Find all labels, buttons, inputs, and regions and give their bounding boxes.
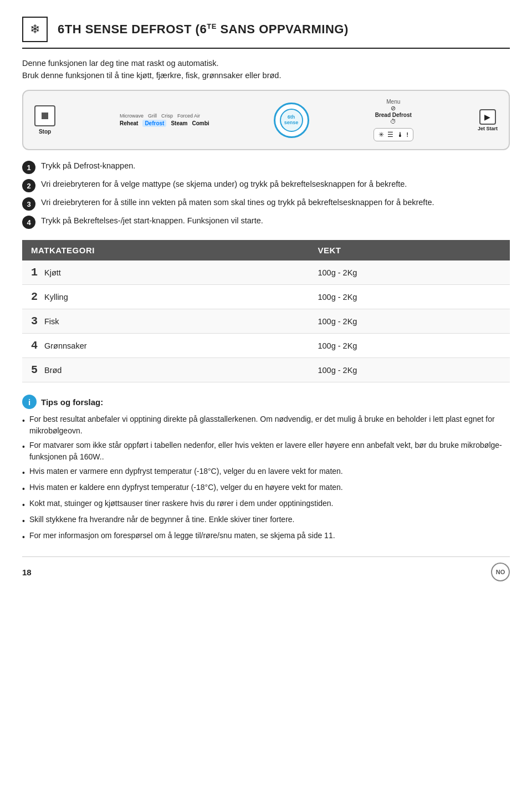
table-row: 5 Brød 100g - 2Kg xyxy=(22,358,510,382)
tips-header: i Tips og forslag: xyxy=(22,395,510,409)
temp-icon: 🌡 xyxy=(397,131,403,139)
tips-section: i Tips og forslag: •For best resultat an… xyxy=(22,395,510,543)
tip-bullet: •Skill stykkene fra hverandre når de beg… xyxy=(22,514,510,527)
info-icon: i xyxy=(22,395,37,409)
steam-btn: Steam xyxy=(171,120,187,126)
no-badge: NO xyxy=(491,563,510,581)
food-name: Kjøtt xyxy=(44,268,61,277)
panel-buttons: Microwave Grill Crisp Forced Air Reheat … xyxy=(120,113,209,127)
bullet-dot: • xyxy=(22,499,25,511)
crisp-btn: Crisp xyxy=(161,113,173,119)
page-number: 18 xyxy=(22,568,32,577)
page-title: 6TH SENSE DEFROST (6TE SANS OPPVARMING) xyxy=(58,22,349,37)
food-name-cell: 3 Fisk xyxy=(22,309,309,334)
steps-container: 1 Trykk på Defrost-knappen. 2 Vri dreieb… xyxy=(22,160,510,229)
row-number: 4 xyxy=(31,339,38,352)
table-row: 3 Fisk 100g - 2Kg xyxy=(22,309,510,334)
row-number: 2 xyxy=(31,290,38,303)
step-1-circle: 1 xyxy=(22,161,35,174)
tip-text: For best resultat anbefaler vi opptining… xyxy=(29,413,510,437)
page-footer: 18 NO xyxy=(22,556,510,581)
asterisk-icon: ✳ xyxy=(378,131,384,139)
row-number: 1 xyxy=(31,266,38,279)
icons-panel: ✳ ☰ 🌡 ! xyxy=(374,128,413,141)
tips-title: Tips og forslag: xyxy=(41,397,103,407)
col1-header: MATKATEGORI xyxy=(22,240,309,260)
header-icon: ❄ xyxy=(22,17,48,42)
tip-bullet: •For mer informasjon om forespørsel om å… xyxy=(22,530,510,543)
food-name: Brød xyxy=(44,366,62,375)
step-3: 3 Vri dreiebryteren for å stille inn vek… xyxy=(22,197,510,211)
step-4: 4 Trykk på Bekreftelses-/jet start-knapp… xyxy=(22,215,510,229)
bullet-dot: • xyxy=(22,441,25,463)
step-4-text: Trykk på Bekreftelses-/jet start-knappen… xyxy=(41,215,263,227)
defrost-btn: Defrost xyxy=(142,120,166,127)
row-number: 3 xyxy=(31,315,38,328)
step-1: 1 Trykk på Defrost-knappen. xyxy=(22,160,510,174)
tip-bullet: •Hvis maten er kaldere enn dypfryst temp… xyxy=(22,482,510,495)
svg-rect-0 xyxy=(42,113,48,119)
jet-start-section: ▶ Jet Start xyxy=(478,109,498,131)
tip-text: Kokt mat, stuinger og kjøttsauser tiner … xyxy=(29,498,334,511)
food-name-cell: 1 Kjøtt xyxy=(22,260,309,285)
food-table: MATKATEGORI VEKT 1 Kjøtt 100g - 2Kg 2 Ky… xyxy=(22,240,510,382)
food-name: Fisk xyxy=(44,317,59,326)
tip-text: Skill stykkene fra hverandre når de begy… xyxy=(29,514,295,527)
table-row: 1 Kjøtt 100g - 2Kg xyxy=(22,260,510,285)
table-row: 4 Grønnsaker 100g - 2Kg xyxy=(22,334,510,358)
food-table-body: 1 Kjøtt 100g - 2Kg 2 Kylling 100g - 2Kg … xyxy=(22,260,510,382)
step-1-text: Trykk på Defrost-knappen. xyxy=(41,160,135,172)
wave-icon: ☰ xyxy=(387,131,393,139)
tips-list: •For best resultat anbefaler vi opptinin… xyxy=(22,413,510,543)
table-header-row: MATKATEGORI VEKT xyxy=(22,240,510,260)
microwave-btn: Microwave xyxy=(120,113,144,119)
stop-label: Stop xyxy=(39,129,51,135)
step-3-circle: 3 xyxy=(22,197,35,211)
food-weight: 100g - 2Kg xyxy=(309,358,510,382)
step-3-text: Vri dreiebryteren for å stille inn vekte… xyxy=(41,197,434,209)
food-weight: 100g - 2Kg xyxy=(309,309,510,334)
food-name-cell: 5 Brød xyxy=(22,358,309,382)
combi-btn: Combi xyxy=(192,120,209,126)
bullet-dot: • xyxy=(22,483,25,495)
tip-text: For matvarer som ikke står oppført i tab… xyxy=(29,440,510,463)
top-row-labels: Microwave Grill Crisp Forced Air xyxy=(120,113,209,119)
food-weight: 100g - 2Kg xyxy=(309,260,510,285)
food-weight: 100g - 2Kg xyxy=(309,334,510,358)
intro-line1: Denne funksjonen lar deg tine mat raskt … xyxy=(22,59,510,68)
tip-bullet: •For best resultat anbefaler vi opptinin… xyxy=(22,413,510,437)
food-name-cell: 2 Kylling xyxy=(22,285,309,309)
tip-text: Hvis maten er varmere enn dypfryst tempe… xyxy=(29,466,343,479)
row-number: 5 xyxy=(31,364,38,376)
food-weight: 100g - 2Kg xyxy=(309,285,510,309)
col2-header: VEKT xyxy=(309,240,510,260)
bullet-dot: • xyxy=(22,515,25,527)
tip-text: For mer informasjon om forespørsel om å … xyxy=(29,530,335,543)
menu-section: Menu ⊘ Bread Defrost ⏱ xyxy=(375,99,412,125)
bottom-row-labels: Reheat Defrost Steam Combi xyxy=(120,120,209,127)
page-header: ❄ 6TH SENSE DEFROST (6TE SANS OPPVARMING… xyxy=(22,17,510,49)
step-2-circle: 2 xyxy=(22,179,35,192)
stop-button-illustration xyxy=(34,105,55,126)
food-name: Grønnsaker xyxy=(44,341,87,350)
forced-air-btn: Forced Air xyxy=(177,113,200,119)
control-panel: Stop Microwave Grill Crisp Forced Air Re… xyxy=(22,90,510,150)
bullet-dot: • xyxy=(22,532,25,543)
menu-bread-defrost-section: Menu ⊘ Bread Defrost ⏱ ✳ ☰ 🌡 ! xyxy=(374,99,413,141)
exclamation-icon: ! xyxy=(407,132,408,138)
tip-bullet: •Kokt mat, stuinger og kjøttsauser tiner… xyxy=(22,498,510,511)
tip-bullet: •For matvarer som ikke står oppført i ta… xyxy=(22,440,510,463)
step-2: 2 Vri dreiebryteren for å velge mattype … xyxy=(22,178,510,192)
step-2-text: Vri dreiebryteren for å velge mattype (s… xyxy=(41,178,407,191)
intro-line2: Bruk denne funksjonen til å tine kjøtt, … xyxy=(22,71,510,80)
dial-outer: 6th sense xyxy=(274,103,309,138)
dial: 6th sense xyxy=(274,103,309,138)
food-name: Kylling xyxy=(44,293,68,302)
step-4-circle: 4 xyxy=(22,216,35,229)
tip-text: Hvis maten er kaldere enn dypfryst tempe… xyxy=(29,482,343,495)
food-name-cell: 4 Grønnsaker xyxy=(22,334,309,358)
table-row: 2 Kylling 100g - 2Kg xyxy=(22,285,510,309)
bullet-dot: • xyxy=(22,415,25,437)
dial-inner: 6th sense xyxy=(280,109,303,132)
reheat-btn: Reheat xyxy=(120,120,138,126)
